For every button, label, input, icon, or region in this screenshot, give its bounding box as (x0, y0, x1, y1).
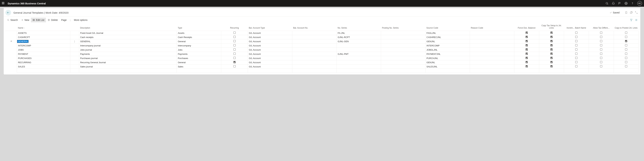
checkbox[interactable] (575, 40, 578, 42)
cell-bal-no[interactable] (292, 60, 336, 65)
app-launcher-icon[interactable] (2, 2, 5, 5)
checkbox[interactable] (575, 57, 578, 59)
cell-allow-tax[interactable] (589, 65, 614, 69)
checkbox[interactable] (550, 40, 552, 42)
cell-increm[interactable] (564, 65, 589, 69)
cell-no-series[interactable]: GJNL-RCPT (336, 35, 381, 39)
cell-description[interactable]: Purchases journal (79, 56, 176, 60)
checkbox[interactable] (575, 65, 578, 67)
row-actions[interactable] (70, 48, 79, 52)
checkbox[interactable] (575, 53, 578, 55)
checkbox[interactable] (234, 61, 236, 63)
cell-copy-to[interactable] (614, 48, 638, 52)
cell-force-doc[interactable] (514, 52, 539, 56)
list-icon[interactable] (635, 19, 638, 21)
cell-reason-code[interactable] (470, 39, 514, 44)
col-source-code[interactable]: Source Code (426, 23, 470, 31)
checkbox[interactable] (575, 36, 578, 38)
cell-bal-no[interactable] (292, 52, 336, 56)
cell-force-doc[interactable] (514, 48, 539, 52)
cell-increm[interactable] (564, 35, 589, 39)
row-actions[interactable] (70, 31, 79, 35)
cell-no-series[interactable] (336, 56, 381, 60)
checkbox[interactable] (550, 53, 552, 55)
cell-description[interactable]: Jobs journal (79, 48, 176, 52)
cell-description[interactable]: Sales journal (79, 65, 176, 69)
filter-icon[interactable] (630, 19, 632, 21)
cell-copy-to[interactable] (614, 65, 638, 69)
cell-recurring[interactable] (221, 65, 248, 69)
help-icon[interactable] (631, 2, 634, 5)
cell-recurring[interactable] (221, 31, 248, 35)
empty-row[interactable] (5, 69, 639, 73)
cell-source-code[interactable]: PURCHJNL (426, 56, 470, 60)
cell-copy-tax[interactable] (539, 35, 564, 39)
cell-type[interactable]: General (177, 60, 221, 65)
cell-force-doc[interactable] (514, 60, 539, 65)
checkbox[interactable] (526, 65, 528, 67)
cell-copy-tax[interactable] (539, 31, 564, 35)
checkbox[interactable] (600, 36, 602, 38)
toolbar-edit-list[interactable]: Edit List (31, 18, 46, 22)
cell-name[interactable]: CASHRCPT (17, 35, 70, 39)
checkbox[interactable] (234, 44, 236, 46)
cell-name[interactable]: PAYMENT (17, 52, 70, 56)
cell-bal-type[interactable]: G/L Account (248, 65, 292, 69)
cell-increm[interactable] (564, 44, 589, 48)
cell-no-series[interactable]: FA-JNL (336, 31, 381, 35)
col-copy-to[interactable]: Copy to Posted Jnl. Lines (614, 23, 638, 31)
cell-copy-tax[interactable] (539, 65, 564, 69)
cell-force-doc[interactable] (514, 35, 539, 39)
gear-icon[interactable] (624, 2, 628, 5)
cell-copy-tax[interactable] (539, 39, 564, 44)
row-actions[interactable] (70, 44, 79, 48)
toolbar-delete[interactable]: Delete (46, 18, 59, 22)
checkbox[interactable] (625, 53, 627, 55)
cell-bal-type[interactable]: G/L Account (248, 31, 292, 35)
cell-bal-no[interactable] (292, 39, 336, 44)
cell-source-code[interactable]: INTERCOMP (426, 44, 470, 48)
table-row[interactable]: RECURRINGRecurring General JournalGenera… (5, 60, 639, 65)
cell-bal-no[interactable] (292, 48, 336, 52)
checkbox[interactable] (625, 40, 627, 42)
col-force-doc[interactable]: Force Doc. Balance (514, 23, 539, 31)
col-bal-no[interactable]: Bal. Account No. (292, 23, 336, 31)
cell-reason-code[interactable] (470, 60, 514, 65)
cell-source-code[interactable]: SALESJNL (426, 65, 470, 69)
cell-copy-tax[interactable] (539, 44, 564, 48)
cell-type[interactable]: Sales (177, 65, 221, 69)
cell-description[interactable]: GENERAL (79, 39, 176, 44)
cell-bal-no[interactable] (292, 65, 336, 69)
cell-allow-tax[interactable] (589, 35, 614, 39)
cell-copy-tax[interactable] (539, 52, 564, 56)
checkbox[interactable] (625, 61, 627, 63)
back-button[interactable] (5, 10, 11, 16)
checkbox[interactable] (575, 44, 578, 46)
cell-no-series[interactable]: GJNL-GEN (336, 39, 381, 44)
cell-description[interactable]: Intercompany journal (79, 44, 176, 48)
cell-copy-to[interactable] (614, 44, 638, 48)
cell-no-series[interactable]: GJNL-PMT (336, 52, 381, 56)
cell-bal-type[interactable]: G/L Account (248, 52, 292, 56)
toolbar-more-options[interactable]: More options (72, 18, 89, 22)
row-actions[interactable] (70, 52, 79, 56)
table-row[interactable]: JOBSJobs journalJobsG/L AccountJOBGLJNL (5, 48, 639, 52)
checkbox[interactable] (625, 57, 627, 59)
cell-bal-type[interactable]: G/L Account (248, 35, 292, 39)
cell-source-code[interactable]: GENJNL (426, 39, 470, 44)
cell-recurring[interactable] (221, 52, 248, 56)
cell-force-doc[interactable] (514, 31, 539, 35)
toolbar-search[interactable]: Search (5, 18, 20, 22)
table-row[interactable]: ASSETSFixed Asset G/L JournalAssetsG/L A… (5, 31, 639, 35)
cell-allow-tax[interactable] (589, 60, 614, 65)
cell-name[interactable]: RECURRING (17, 60, 70, 65)
cell-copy-to[interactable] (614, 52, 638, 56)
checkbox[interactable] (234, 65, 236, 67)
cell-posting-no[interactable] (381, 65, 426, 69)
cell-bal-no[interactable] (292, 44, 336, 48)
checkbox[interactable] (575, 61, 578, 63)
cell-recurring[interactable] (221, 56, 248, 60)
cell-copy-to[interactable] (614, 35, 638, 39)
cell-type[interactable]: Jobs (177, 48, 221, 52)
cell-posting-no[interactable] (381, 52, 426, 56)
